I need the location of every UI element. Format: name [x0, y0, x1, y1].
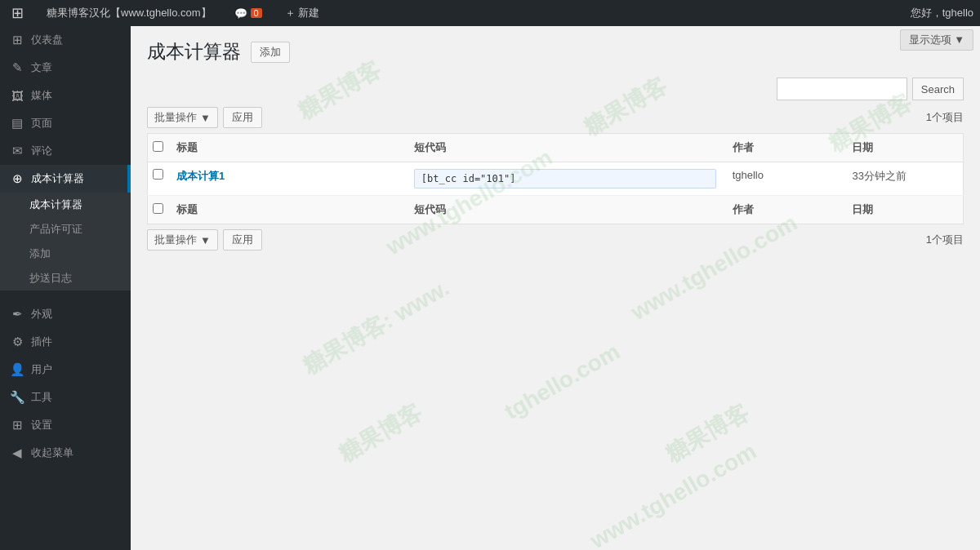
sidebar-label-users: 用户 — [31, 362, 52, 377]
screen-options-area: 显示选项 ▼ — [893, 26, 980, 54]
apply-button-top[interactable]: 应用 — [223, 107, 262, 128]
users-icon: 👤 — [10, 362, 24, 377]
page-header: 成本计算器 添加 — [147, 39, 964, 64]
footer-checkbox-col — [148, 196, 169, 224]
search-input[interactable] — [777, 78, 907, 100]
tools-icon: 🔧 — [10, 390, 24, 405]
bulk-actions-label-top: 批量操作 — [154, 110, 197, 125]
sidebar-sub-license[interactable]: 产品许可证 — [0, 217, 131, 242]
plugins-icon: ⚙ — [10, 335, 24, 349]
sidebar-label-appearance: 外观 — [31, 307, 52, 322]
sidebar-submenu: 成本计算器 产品许可证 添加 抄送日志 — [0, 193, 131, 291]
wp-wrap: ⊞ 仪表盘 ✎ 文章 🖼 媒体 ▤ 页面 ✉ 评论 ⊕ 成本计算器 — [0, 0, 980, 550]
sub-log-label: 抄送日志 — [29, 272, 72, 284]
table-header-row: 标题 短代码 作者 日期 — [148, 134, 964, 162]
sidebar-item-settings[interactable]: ⊞ 设置 — [0, 411, 131, 439]
site-name[interactable]: 糖果博客汉化【www.tghello.com】 — [42, 0, 216, 26]
user-greeting: 您好，tghello — [911, 6, 973, 20]
sidebar-label-dashboard: 仪表盘 — [31, 33, 63, 47]
screen-options-label: 显示选项 ▼ — [909, 33, 964, 47]
sub-license-label: 产品许可证 — [29, 223, 82, 235]
table-body: 成本计算1 [bt_cc id="101"] tghello 33分钟之前 — [148, 162, 964, 196]
footer-shortcode[interactable]: 短代码 — [406, 196, 724, 224]
comment-icon: 💬 — [234, 7, 247, 20]
sidebar-item-comments[interactable]: ✉ 评论 — [0, 137, 131, 165]
footer-title[interactable]: 标题 — [168, 196, 406, 224]
main-content: 成本计算器 添加 Search 批量操作 ▼ 应用 1个项目 — [131, 26, 980, 550]
sidebar-label-settings: 设置 — [31, 418, 52, 432]
new-item-button[interactable]: ＋ 新建 — [280, 0, 325, 26]
comments-link[interactable]: 💬 0 — [229, 0, 267, 26]
tablenav-top: 批量操作 ▼ 应用 1个项目 — [147, 107, 964, 128]
new-label: ＋ 新建 — [285, 6, 320, 20]
sidebar-label-pages: 页面 — [31, 116, 52, 131]
select-all-checkbox-top[interactable] — [153, 141, 163, 152]
row-checkbox-cell — [148, 162, 169, 196]
apply-button-bottom[interactable]: 应用 — [223, 229, 262, 251]
sidebar-label-tools: 工具 — [31, 390, 52, 405]
bulk-actions-arrow-bottom: ▼ — [200, 234, 211, 246]
dashboard-icon: ⊞ — [10, 33, 24, 47]
bulk-actions-arrow-top: ▼ — [200, 112, 211, 124]
sidebar-item-media[interactable]: 🖼 媒体 — [0, 82, 131, 109]
add-button[interactable]: 添加 — [251, 42, 290, 63]
row-checkbox[interactable] — [153, 169, 163, 180]
comments-icon: ✉ — [10, 144, 24, 158]
sidebar-label-cost-calculator: 成本计算器 — [31, 171, 84, 186]
sidebar-item-cost-calculator[interactable]: ⊕ 成本计算器 — [0, 165, 131, 193]
table-footer-row: 标题 短代码 作者 日期 — [148, 196, 964, 224]
footer-date[interactable]: 日期 — [844, 196, 963, 224]
select-all-checkbox-bottom[interactable] — [153, 203, 163, 214]
sidebar-sub-add[interactable]: 添加 — [0, 242, 131, 266]
sub-main-label: 成本计算器 — [29, 198, 82, 211]
tablenav-bottom: 批量操作 ▼ 应用 1个项目 — [147, 229, 964, 251]
row-date-cell: 33分钟之前 — [844, 162, 963, 196]
cost-calculator-table: 标题 短代码 作者 日期 成本计算1 [bt_cc id="101"] — [147, 133, 964, 224]
cost-calculator-icon: ⊕ — [10, 171, 24, 186]
sidebar-label-comments: 评论 — [31, 144, 52, 158]
row-title-link[interactable]: 成本计算1 — [176, 170, 225, 182]
wp-icon: ⊞ — [11, 4, 24, 22]
collapse-icon: ◀ — [10, 446, 24, 460]
header-title[interactable]: 标题 — [168, 134, 406, 162]
settings-icon: ⊞ — [10, 418, 24, 432]
sidebar-label-collapse: 收起菜单 — [31, 446, 74, 460]
sidebar-sub-log[interactable]: 抄送日志 — [0, 266, 131, 291]
bulk-actions-select-top[interactable]: 批量操作 ▼ — [147, 107, 218, 128]
footer-author[interactable]: 作者 — [724, 196, 844, 224]
sidebar: ⊞ 仪表盘 ✎ 文章 🖼 媒体 ▤ 页面 ✉ 评论 ⊕ 成本计算器 — [0, 26, 131, 550]
table-row: 成本计算1 [bt_cc id="101"] tghello 33分钟之前 — [148, 162, 964, 196]
sidebar-label-media: 媒体 — [31, 88, 52, 103]
sidebar-collapse[interactable]: ◀ 收起菜单 — [0, 439, 131, 467]
header-shortcode[interactable]: 短代码 — [406, 134, 724, 162]
search-button[interactable]: Search — [912, 78, 964, 100]
sidebar-item-tools[interactable]: 🔧 工具 — [0, 384, 131, 411]
wp-logo[interactable]: ⊞ — [7, 0, 29, 26]
row-shortcode-value: [bt_cc id="101"] — [414, 169, 716, 189]
screen-options-button[interactable]: 显示选项 ▼ — [900, 29, 973, 51]
sidebar-label-plugins: 插件 — [31, 335, 52, 349]
header-author[interactable]: 作者 — [724, 134, 844, 162]
sidebar-item-plugins[interactable]: ⚙ 插件 — [0, 328, 131, 356]
item-count-top: 1个项目 — [926, 110, 964, 125]
item-count-bottom: 1个项目 — [926, 233, 964, 247]
sidebar-item-users[interactable]: 👤 用户 — [0, 356, 131, 384]
site-name-label: 糖果博客汉化【www.tghello.com】 — [47, 6, 212, 20]
sidebar-item-posts[interactable]: ✎ 文章 — [0, 54, 131, 82]
media-icon: 🖼 — [10, 89, 24, 103]
row-title-cell: 成本计算1 — [168, 162, 406, 196]
header-date[interactable]: 日期 — [844, 134, 963, 162]
row-author-cell: tghello — [724, 162, 844, 196]
pages-icon: ▤ — [10, 116, 24, 131]
sub-add-label: 添加 — [29, 247, 51, 259]
sidebar-item-appearance[interactable]: ✒ 外观 — [0, 300, 131, 328]
sidebar-item-dashboard[interactable]: ⊞ 仪表盘 — [0, 26, 131, 54]
appearance-icon: ✒ — [10, 307, 24, 322]
row-shortcode-cell: [bt_cc id="101"] — [406, 162, 724, 196]
sidebar-sub-main[interactable]: 成本计算器 — [0, 193, 131, 217]
posts-icon: ✎ — [10, 60, 24, 75]
sidebar-label-posts: 文章 — [31, 60, 52, 75]
admin-bar: ⊞ 糖果博客汉化【www.tghello.com】 💬 0 ＋ 新建 您好，tg… — [0, 0, 980, 26]
bulk-actions-select-bottom[interactable]: 批量操作 ▼ — [147, 229, 218, 251]
sidebar-item-pages[interactable]: ▤ 页面 — [0, 109, 131, 137]
